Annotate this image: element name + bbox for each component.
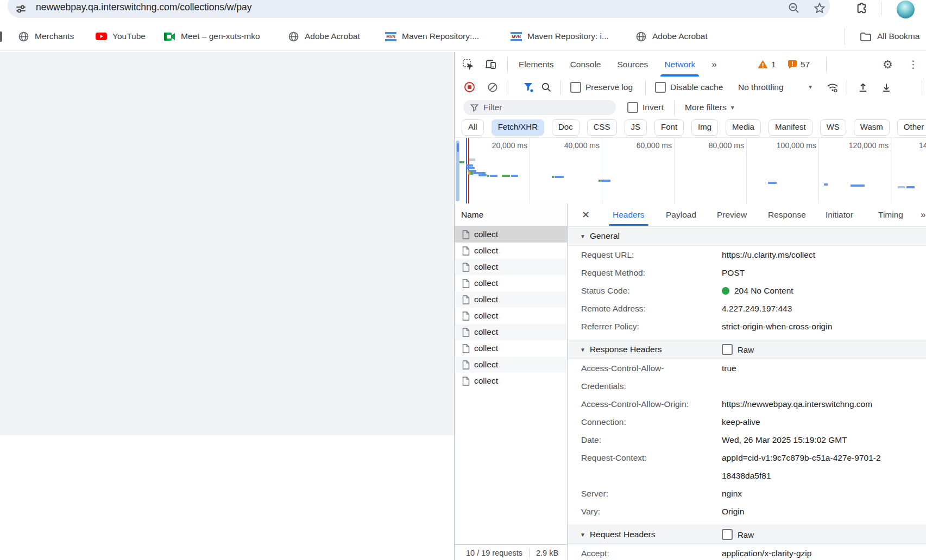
request-row[interactable]: collect <box>455 340 567 357</box>
raw-toggle[interactable]: Raw <box>722 529 754 540</box>
clear-network-log-button[interactable] <box>487 77 498 98</box>
filter-chip-font[interactable]: Font <box>654 119 684 136</box>
filter-chip-css[interactable]: CSS <box>587 119 617 136</box>
section-title: General <box>590 231 620 241</box>
clipped-bookmark-icon[interactable] <box>0 31 2 42</box>
network-conditions-button[interactable] <box>826 77 839 98</box>
section-header-request-headers[interactable]: ▼Request HeadersRaw <box>568 525 926 544</box>
tab-elements[interactable]: Elements <box>519 52 554 77</box>
header-name: Vary: <box>581 502 703 520</box>
zoom-icon[interactable] <box>788 2 801 15</box>
request-row[interactable]: collect <box>455 357 567 373</box>
tab-console[interactable]: Console <box>570 52 601 77</box>
tab-network[interactable]: Network <box>664 52 695 77</box>
raw-toggle[interactable]: Raw <box>722 344 754 355</box>
bookmark-adobe-acrobat-2[interactable]: Adobe Acrobat <box>635 22 708 50</box>
devtools-main-tabs: ElementsConsoleSourcesNetwork» <box>519 52 716 77</box>
bookmark-meet[interactable]: Meet – gen-xuts-mko <box>164 22 260 50</box>
invert-toggle[interactable]: Invert <box>627 98 664 117</box>
record-network-log-button[interactable] <box>464 77 475 98</box>
filter-chip-manifest[interactable]: Manifest <box>768 119 812 136</box>
header-row: Date:Wed, 26 Mar 2025 15:19:02 GMT <box>568 431 926 449</box>
overflow-menu-icon[interactable]: ⋮ <box>908 52 918 77</box>
more-filters-dropdown[interactable]: More filters ▾ <box>685 98 734 117</box>
inspect-element-icon[interactable] <box>462 59 474 71</box>
filter-chip-media[interactable]: Media <box>726 119 761 136</box>
header-name: Request-Context: <box>581 449 703 467</box>
request-row[interactable]: collect <box>455 259 567 275</box>
header-name: Accept: <box>581 544 703 560</box>
waterfall-bar <box>478 174 487 176</box>
funnel-icon <box>523 82 534 93</box>
disable-cache-checkbox[interactable] <box>655 82 666 93</box>
details-tab-initiator[interactable]: Initiator <box>826 203 853 226</box>
profile-avatar[interactable] <box>897 1 915 18</box>
disable-cache-toggle[interactable]: Disable cache <box>655 77 723 98</box>
download-icon <box>881 82 892 93</box>
all-bookmarks-button[interactable]: All Bookma <box>860 22 919 50</box>
more-filters-label: More filters <box>685 103 727 112</box>
export-har-button[interactable] <box>881 77 892 98</box>
search-button[interactable] <box>541 77 552 98</box>
warnings-badge[interactable]: 1 <box>758 52 776 77</box>
devtools-panel: ElementsConsoleSourcesNetwork» 1 57 ⚙ ⋮ <box>454 52 926 560</box>
close-icon[interactable]: ✕ <box>582 203 590 226</box>
issues-badge[interactable]: 57 <box>788 52 810 77</box>
filter-chip-doc[interactable]: Doc <box>552 119 579 136</box>
more-tabs-icon[interactable]: » <box>711 52 715 77</box>
filter-chip-all[interactable]: All <box>462 119 484 136</box>
details-tab-preview[interactable]: Preview <box>717 203 747 226</box>
import-har-button[interactable] <box>858 77 868 98</box>
bookmark-adobe-acrobat-1[interactable]: Adobe Acrobat <box>288 22 360 50</box>
bookmark-merchants[interactable]: Merchants <box>18 22 74 50</box>
request-row[interactable]: collect <box>455 373 567 389</box>
request-row[interactable]: collect <box>455 275 567 291</box>
more-tabs-icon[interactable]: » <box>921 203 924 226</box>
section-header-response-headers[interactable]: ▼Response HeadersRaw <box>568 340 926 359</box>
invert-checkbox[interactable] <box>627 102 638 113</box>
filter-chip-wasm[interactable]: Wasm <box>854 119 890 136</box>
filter-toggle-button[interactable] <box>523 77 534 98</box>
url-text[interactable]: newwebpay.qa.interswitchng.com/collectio… <box>36 2 252 13</box>
details-tab-response[interactable]: Response <box>768 203 806 226</box>
request-row[interactable]: collect <box>455 324 567 340</box>
settings-gear-icon[interactable]: ⚙ <box>883 52 893 77</box>
header-row: Accept:application/x-clarity-gzip <box>568 544 926 560</box>
raw-checkbox[interactable] <box>722 344 733 355</box>
bookmark-star-icon[interactable] <box>813 2 826 15</box>
preserve-log-checkbox[interactable] <box>570 82 581 93</box>
request-row[interactable]: collect <box>455 291 567 308</box>
bookmark-maven-2[interactable]: MVN Maven Repository: i... <box>511 22 609 50</box>
name-column-header[interactable]: Name <box>455 203 567 226</box>
filter-input[interactable]: Filter <box>463 100 616 115</box>
details-tab-headers[interactable]: Headers <box>613 203 645 226</box>
filter-chip-fetch-xhr[interactable]: Fetch/XHR <box>492 119 544 136</box>
raw-checkbox[interactable] <box>722 529 733 540</box>
filter-chip-js[interactable]: JS <box>625 119 647 136</box>
page-backdrop <box>0 52 454 435</box>
details-tab-payload[interactable]: Payload <box>666 203 696 226</box>
section-header-general[interactable]: ▼General <box>568 226 926 246</box>
filter-chip-other[interactable]: Other <box>897 119 926 136</box>
request-row[interactable]: collect <box>455 308 567 324</box>
details-tab-timing[interactable]: Timing <box>878 203 903 226</box>
chevron-down-icon: ▾ <box>809 77 812 98</box>
filter-chip-ws[interactable]: WS <box>820 119 846 136</box>
site-settings-icon[interactable] <box>15 3 27 15</box>
header-name: Status Code: <box>581 282 703 300</box>
extensions-icon[interactable] <box>855 2 868 15</box>
bookmark-youtube[interactable]: YouTube <box>96 22 146 50</box>
preserve-log-toggle[interactable]: Preserve log <box>570 77 633 98</box>
tab-sources[interactable]: Sources <box>618 52 648 77</box>
timeline-drag-handle[interactable] <box>456 141 459 201</box>
network-overview-timeline[interactable]: 14 20,000 ms40,000 ms60,000 ms80,000 ms1… <box>455 137 926 205</box>
throttling-dropdown[interactable]: No throttling <box>738 77 784 98</box>
device-toolbar-icon[interactable] <box>485 59 497 71</box>
bookmark-maven-1[interactable]: MVN Maven Repository:... <box>385 22 479 50</box>
request-name: collect <box>474 230 498 239</box>
header-row: Referrer Policy:strict-origin-when-cross… <box>568 317 926 335</box>
request-row[interactable]: collect <box>455 243 567 259</box>
document-icon <box>462 246 470 256</box>
filter-chip-img[interactable]: Img <box>691 119 718 136</box>
request-row[interactable]: collect <box>455 226 567 243</box>
